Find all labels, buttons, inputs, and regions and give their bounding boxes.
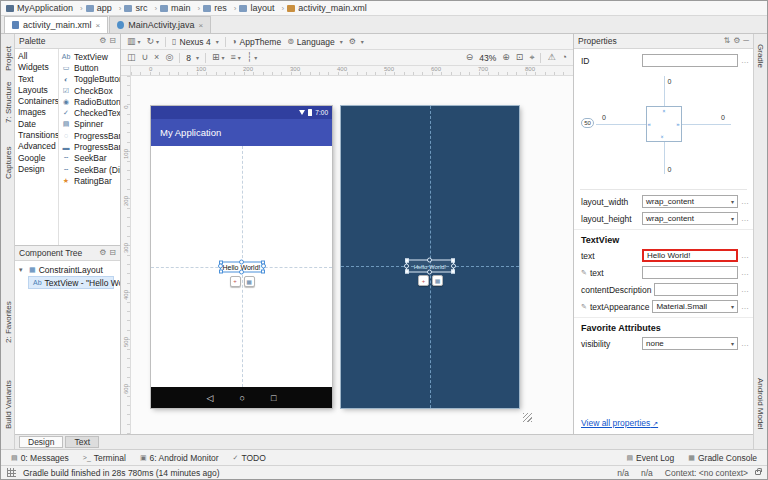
constraint-anchor[interactable] (239, 259, 244, 264)
device-selector[interactable]: Nexus 4 (172, 37, 219, 47)
palette-category[interactable]: Transitions (15, 130, 58, 141)
palette-category[interactable]: Layouts (15, 85, 58, 96)
resize-handle[interactable] (405, 270, 409, 274)
align-icon[interactable]: ≡ (231, 53, 241, 63)
palette-widget[interactable]: ╌ SeekBar (59, 153, 120, 164)
palette-category[interactable]: Images (15, 107, 58, 118)
breadcrumb-item[interactable]: activity_main.xml (287, 3, 374, 13)
expand-all-icon[interactable]: ⊟ (109, 249, 116, 257)
tool-stripe-button[interactable]: 7: Structure (4, 82, 13, 123)
editor-tab[interactable]: activity_main.xml × (4, 16, 108, 33)
constraint-action-chip-2[interactable]: ▦ (432, 275, 443, 286)
breadcrumb-item[interactable]: layout (239, 3, 284, 13)
notifications-bell-icon[interactable]: ◔ (562, 53, 567, 62)
constraint-inspector[interactable]: 0 0 0 0 50 (580, 70, 747, 190)
palette-widget[interactable]: ✓ CheckedTextView (59, 107, 120, 118)
toolwindow-button[interactable]: ▣ 6: Android Monitor (140, 453, 219, 463)
close-icon[interactable]: × (96, 21, 101, 30)
toolwindow-button[interactable]: ▦ Gradle Console (688, 453, 757, 463)
editor-mode-tab[interactable]: Design (19, 436, 63, 448)
tool-stripe-button[interactable]: Android Model (756, 378, 765, 430)
toolwindow-button[interactable]: ▤ Event Log (626, 453, 674, 463)
toolwindow-button[interactable]: ▤ 0: Messages (11, 453, 69, 463)
show-constraints-icon[interactable]: ◫ (127, 53, 136, 62)
margin-top-value[interactable]: 0 (668, 78, 672, 85)
margin-bottom-value[interactable]: 0 (668, 166, 672, 173)
constraint-anchor[interactable] (427, 270, 432, 275)
vertical-bias-slider[interactable]: 50 (581, 118, 594, 128)
layout-width-select[interactable]: wrap_content▾ (642, 195, 738, 208)
palette-widget[interactable]: ╌ SeekBar (Discrete) (59, 164, 120, 175)
tool-stripe-button[interactable]: Captures (4, 147, 13, 179)
render-options[interactable] (349, 37, 364, 46)
text-appearance-select[interactable]: Material.Small▾ (652, 300, 738, 313)
zoom-in-icon[interactable]: ⊕ (502, 53, 510, 62)
gear-icon[interactable]: ⚙ (99, 37, 106, 45)
toolwindow-button[interactable]: ✓ TODO (233, 453, 266, 463)
collapse-all-icon[interactable]: ⊟ (109, 37, 116, 45)
margin-right-value[interactable]: 0 (721, 114, 725, 121)
minimize-icon[interactable]: ─ (743, 37, 749, 45)
browse-dots[interactable]: … (741, 268, 749, 277)
toolwindow-button[interactable]: >_ Terminal (83, 453, 126, 463)
palette-category[interactable]: Widgets (15, 62, 58, 73)
breadcrumb-item[interactable]: app (86, 3, 122, 13)
autoconnect-icon[interactable]: ∪ (142, 53, 149, 62)
browse-dots[interactable]: … (741, 251, 749, 260)
resize-handle[interactable] (451, 270, 455, 274)
zoom-to-fit-icon[interactable]: ⊡ (516, 53, 524, 62)
editor-tab[interactable]: MainActivity.java × (109, 16, 211, 33)
browse-dots[interactable]: … (741, 285, 749, 294)
margin-left-value[interactable]: 0 (602, 114, 606, 121)
infer-constraints-icon[interactable]: ◎ (165, 53, 173, 62)
constraint-widget-square[interactable] (646, 106, 682, 142)
visibility-select[interactable]: none▾ (642, 337, 738, 350)
constraint-action-chip-1[interactable]: + (418, 275, 429, 286)
toolwindow-switcher-icon[interactable] (7, 468, 16, 477)
design-surface-mode-icon[interactable]: ▥ (127, 37, 141, 47)
browse-dots[interactable]: … (741, 214, 749, 223)
textview-widget-blueprint[interactable]: Hello World! (406, 260, 454, 273)
palette-widget[interactable]: ▤ Spinner (59, 119, 120, 130)
blueprint-view-phone[interactable]: Hello World! (341, 106, 519, 408)
palette-category[interactable]: Date (15, 119, 58, 130)
tree-twisty-icon[interactable]: ▾ (19, 266, 26, 274)
constraint-anchor[interactable] (239, 269, 244, 274)
default-margin-selector[interactable]: 8 (186, 53, 199, 63)
palette-category[interactable]: Google (15, 153, 58, 164)
warning-icon[interactable]: ⚠ (547, 53, 555, 62)
gear-icon[interactable]: ⚙ (99, 249, 106, 257)
browse-dots[interactable]: … (741, 197, 749, 206)
palette-widget[interactable]: Ab TextView (59, 51, 120, 62)
palette-widget[interactable]: ▬ ProgressBar (Horizontal) (59, 141, 120, 152)
gear-icon[interactable]: ⚙ (733, 37, 740, 45)
constraint-action-chip-2[interactable]: ▦ (244, 276, 255, 287)
palette-widget[interactable]: ◌ ProgressBar (59, 130, 120, 141)
tool-stripe-button[interactable]: Build Variants (4, 380, 13, 429)
browse-dots[interactable]: … (741, 339, 749, 348)
guideline-icon[interactable]: ┆ (247, 53, 257, 63)
design-view-phone[interactable]: 7:00 My Application Hello World! (151, 106, 332, 408)
layout-height-select[interactable]: wrap_content▾ (642, 212, 738, 225)
sort-icon[interactable]: ⇅ (723, 37, 730, 45)
resize-handle[interactable] (261, 269, 265, 273)
tool-stripe-button[interactable]: Project (4, 46, 13, 71)
close-icon[interactable]: × (199, 21, 204, 30)
breadcrumb-item[interactable]: main (160, 3, 200, 13)
design-surface[interactable]: 0100200300400500600700800 01002003004005… (121, 66, 573, 434)
palette-category[interactable]: Containers (15, 96, 58, 107)
constraint-anchor[interactable] (261, 264, 266, 269)
editor-mode-tab[interactable]: Text (65, 436, 99, 448)
surface-resize-handle[interactable] (523, 413, 532, 422)
breadcrumb-item[interactable]: res (203, 3, 236, 13)
content-description-input[interactable] (654, 283, 738, 296)
resize-handle[interactable] (451, 259, 455, 263)
constraint-anchor[interactable] (427, 258, 432, 263)
tree-item-textview[interactable]: Ab TextView - "Hello Wo (28, 276, 114, 289)
resize-handle[interactable] (405, 259, 409, 263)
palette-widget[interactable]: ★ RatingBar (59, 175, 120, 186)
pan-icon[interactable]: ⌖ (529, 53, 534, 62)
clear-all-constraints-icon[interactable]: × (154, 53, 159, 62)
pack-selection-icon[interactable]: ⊞ (212, 53, 225, 63)
constraint-anchor[interactable] (218, 264, 223, 269)
